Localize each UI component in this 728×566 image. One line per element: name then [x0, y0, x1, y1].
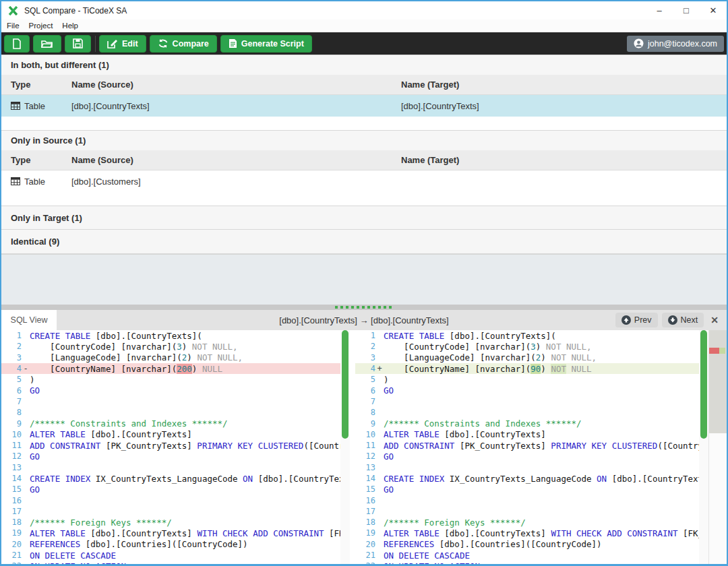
panel-splitter[interactable]	[1, 305, 727, 310]
sql-line: 11ADD CONSTRAINT [PK_CountryTexts] PRIMA…	[355, 440, 699, 451]
sql-line: 5)	[355, 374, 699, 385]
user-account-badge[interactable]: john@ticodex.com	[627, 36, 724, 52]
sql-diff-area: 1CREATE TABLE [dbo].[CountryTexts](2 [Co…	[1, 330, 727, 564]
edit-button-label: Edit	[122, 39, 138, 49]
row-source-name: [dbo].[Customers]	[71, 177, 401, 187]
new-file-icon	[12, 38, 22, 49]
row-spacer	[1, 192, 727, 206]
compare-button[interactable]: Compare	[150, 35, 217, 53]
column-type: Type	[1, 155, 71, 165]
sql-line: 22ON UPDATE NO ACTION	[1, 561, 340, 564]
new-button[interactable]	[4, 35, 30, 53]
sql-line: 18/****** Foreign Keys ******/	[355, 517, 699, 528]
sql-line: 13	[1, 462, 340, 473]
row-target-name: [dbo].[CountryTexts]	[401, 101, 727, 111]
left-scrollbar-thumb[interactable]	[342, 330, 348, 439]
section-header-only-target[interactable]: Only in Target (1)	[1, 206, 727, 230]
next-difference-button[interactable]: Next	[662, 313, 704, 327]
sql-line: 6GO	[1, 385, 340, 396]
sql-line: 16	[355, 495, 699, 505]
sql-line: 15GO	[355, 484, 699, 495]
sql-line: 10ALTER TABLE [dbo].[CountryTexts]	[355, 429, 699, 440]
tab-label: SQL View	[11, 315, 48, 325]
row-type-label: Table	[24, 177, 45, 187]
row-type-label: Table	[24, 101, 45, 111]
edit-button[interactable]: Edit	[99, 35, 146, 53]
sql-line: 20REFERENCES [dbo].[Countries]([CountryC…	[1, 539, 340, 550]
generate-script-button[interactable]: Generate Script	[220, 35, 312, 53]
tab-sql-view[interactable]: SQL View	[1, 310, 57, 330]
table-row[interactable]: Table [dbo].[Customers]	[1, 170, 727, 192]
user-email: john@ticodex.com	[648, 39, 717, 49]
section-header-identical[interactable]: Identical (9)	[1, 230, 727, 254]
menu-project[interactable]: Project	[29, 22, 53, 30]
ruler-visible-zone	[709, 330, 727, 433]
column-header-row: Type Name (Source) Name (Target)	[1, 75, 727, 95]
save-icon	[73, 38, 83, 49]
column-name-target: Name (Target)	[401, 155, 727, 165]
sql-line: 7	[1, 396, 340, 407]
sql-line: 20REFERENCES [dbo].[Countries]([CountryC…	[355, 539, 699, 550]
sql-line: 7	[355, 396, 699, 407]
left-pane-scrollbar[interactable]	[340, 330, 350, 564]
row-source-name: [dbo].[CountryTexts]	[71, 101, 401, 111]
sql-line: 17	[355, 506, 699, 517]
sql-line: 21ON DELETE CASCADE	[355, 550, 699, 561]
diff-overview-ruler[interactable]	[708, 330, 727, 564]
comparison-sections: In both, but different (1) Type Name (So…	[1, 55, 727, 305]
menu-help[interactable]: Help	[62, 22, 78, 30]
sql-line: 21ON DELETE CASCADE	[1, 550, 340, 561]
sql-line: 3 [LanguageCode] [nvarchar](2) NOT NULL,	[1, 352, 340, 363]
sql-line: 12GO	[355, 451, 699, 462]
minimize-button[interactable]: –	[646, 1, 673, 20]
open-button[interactable]	[33, 35, 61, 53]
sql-line: 5)	[1, 374, 340, 385]
sql-line: 13	[355, 462, 699, 473]
toolbar: Edit Compare Generate Script	[1, 32, 727, 55]
app-logo-icon	[8, 6, 19, 15]
empty-filler-area	[1, 254, 727, 305]
toolbar-separator	[95, 36, 96, 52]
sql-line: 15GO	[1, 484, 340, 495]
ruler-addition-marker	[719, 348, 725, 354]
sql-line: 18/****** Foreign Keys ******/	[1, 517, 340, 528]
sql-line: 2 [CountryCode] [nvarchar](3) NOT NULL,	[1, 341, 340, 352]
save-button[interactable]	[65, 35, 91, 53]
next-button-label: Next	[681, 315, 698, 325]
column-name-source: Name (Source)	[71, 80, 401, 90]
section-header-only-source[interactable]: Only in Source (1)	[1, 130, 727, 150]
menu-file[interactable]: File	[7, 22, 20, 30]
sql-line: 1CREATE TABLE [dbo].[CountryTexts](	[355, 330, 699, 341]
right-pane-scrollbar[interactable]	[699, 330, 708, 564]
prev-button-label: Prev	[634, 315, 652, 325]
ruler-deletion-marker	[709, 348, 719, 354]
close-button[interactable]: ✕	[700, 1, 727, 20]
app-window: SQL Compare - TiCodeX SA – □ ✕ File Proj…	[0, 0, 728, 566]
sql-view-tabstrip: SQL View [dbo].[CountryTexts] → [dbo].[C…	[1, 310, 727, 330]
table-row[interactable]: Table [dbo].[CountryTexts] [dbo].[Countr…	[1, 95, 727, 117]
sql-line: 3 [LanguageCode] [nvarchar](2) NOT NULL,	[355, 352, 699, 363]
sql-pane-right[interactable]: 1CREATE TABLE [dbo].[CountryTexts](2 [Co…	[355, 330, 699, 564]
sql-line: 6GO	[355, 385, 699, 396]
sql-line: 8	[1, 407, 340, 418]
maximize-button[interactable]: □	[673, 1, 700, 20]
section-title: Only in Target (1)	[11, 213, 82, 223]
sql-line: 4+ [CountryName] [nvarchar](90) NOT NULL	[355, 363, 699, 374]
sql-line: 14CREATE INDEX IX_CountryTexts_LanguageC…	[1, 473, 340, 484]
sql-line: 10ALTER TABLE [dbo].[CountryTexts]	[1, 429, 340, 440]
section-title: Identical (9)	[11, 237, 59, 247]
menu-bar: File Project Help	[1, 20, 727, 32]
right-scrollbar-thumb[interactable]	[700, 330, 707, 439]
sql-pane-left[interactable]: 1CREATE TABLE [dbo].[CountryTexts](2 [Co…	[1, 330, 340, 564]
user-icon	[634, 38, 644, 49]
sql-line: 11ADD CONSTRAINT [PK_CountryTexts] PRIMA…	[1, 440, 340, 451]
edit-pencil-icon	[107, 38, 118, 49]
column-type: Type	[1, 80, 71, 90]
script-file-icon	[229, 38, 237, 49]
sql-line: 17	[1, 506, 340, 517]
prev-difference-button[interactable]: Prev	[615, 313, 658, 327]
section-header-different[interactable]: In both, but different (1)	[1, 55, 727, 75]
close-sql-view-button[interactable]: ✕	[708, 315, 721, 325]
sql-line: 19ALTER TABLE [dbo].[CountryTexts] WITH …	[1, 528, 340, 538]
sql-line: 2 [CountryCode] [nvarchar](3) NOT NULL,	[355, 341, 699, 352]
